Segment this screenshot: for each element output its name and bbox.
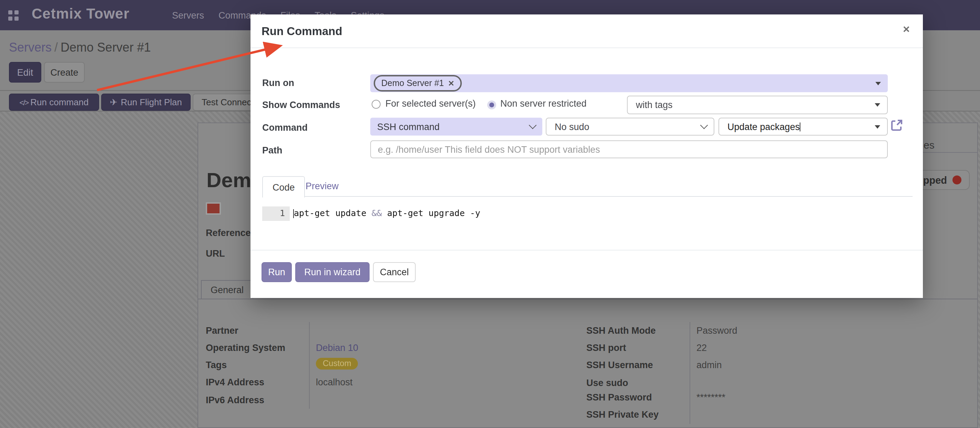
modal-header-divider: [250, 48, 923, 48]
ssh-password-value: ********: [697, 392, 725, 403]
tags-filter-select[interactable]: with tags: [627, 95, 888, 114]
code-line-number: 1: [262, 207, 290, 221]
radio-for-selected-servers-label[interactable]: For selected server(s): [385, 99, 476, 109]
run-on-field[interactable]: Demo Server #1 ✕: [370, 74, 888, 92]
run-button[interactable]: Run: [261, 262, 292, 282]
ipv4-label: IPv4 Address: [206, 377, 264, 387]
menu-item-servers[interactable]: Servers: [172, 10, 204, 20]
code-text: apt-get update: [294, 208, 372, 218]
tags-label: Tags: [206, 360, 227, 370]
command-autocomplete-input[interactable]: Update packages: [719, 118, 888, 135]
code-editor-line[interactable]: apt-get update && apt-get upgrade -y: [293, 208, 480, 218]
info-divider: [309, 322, 310, 409]
breadcrumb-servers-link[interactable]: Servers: [9, 41, 52, 54]
tab-preview[interactable]: Preview: [305, 181, 339, 191]
modal-footer-divider: [250, 250, 923, 250]
path-input[interactable]: [370, 140, 888, 158]
close-icon[interactable]: ×: [903, 23, 910, 37]
breadcrumb-separator: /: [52, 41, 60, 54]
use-sudo-label: Use sudo: [586, 378, 628, 388]
apps-grid-icon[interactable]: [8, 10, 19, 21]
select-chevron-icon: [529, 121, 537, 129]
server-color-swatch[interactable]: [206, 202, 221, 215]
create-button[interactable]: Create: [44, 62, 85, 83]
ssh-username-value: admin: [697, 360, 722, 370]
reference-label: Reference: [206, 228, 251, 238]
command-value: Update packages: [727, 121, 800, 132]
dropdown-caret-icon: [875, 125, 880, 128]
ssh-auth-mode-label: SSH Auth Mode: [586, 326, 656, 336]
ssh-port-label: SSH port: [586, 343, 626, 353]
run-command-label: Run command: [30, 97, 88, 107]
dropdown-caret-icon[interactable]: [875, 81, 881, 85]
text-cursor: [800, 122, 800, 131]
ssh-port-value: 22: [697, 343, 707, 353]
tag-remove-icon[interactable]: ✕: [448, 79, 454, 88]
status-dot-icon: [953, 175, 961, 185]
tab-general[interactable]: General: [201, 280, 253, 299]
run-flight-plan-label: Run Flight Plan: [121, 97, 182, 107]
command-type-select[interactable]: SSH command: [370, 118, 542, 135]
cancel-button[interactable]: Cancel: [373, 262, 416, 282]
show-commands-label: Show Commands: [262, 100, 340, 110]
sudo-select[interactable]: No sudo: [546, 118, 714, 135]
status-badge-label: pped: [923, 175, 947, 185]
url-label: URL: [206, 248, 225, 259]
code-text: apt-get upgrade -y: [382, 208, 480, 218]
ssh-auth-mode-value: Password: [697, 326, 737, 336]
sudo-value: No sudo: [555, 121, 589, 132]
tag-custom-badge: Custom: [316, 358, 358, 369]
ipv4-value: localhost: [316, 377, 353, 387]
plane-icon: ✈: [110, 97, 117, 107]
tab-code[interactable]: Code: [262, 176, 305, 197]
server-tag-label: Demo Server #1: [381, 78, 444, 88]
radio-non-server-restricted[interactable]: [487, 100, 496, 110]
breadcrumb: Servers/Demo Server #1: [9, 41, 151, 55]
run-flight-plan-button[interactable]: ✈ Run Flight Plan: [101, 94, 191, 111]
ssh-private-key-label: SSH Private Key: [586, 409, 659, 420]
path-label: Path: [262, 145, 283, 156]
breadcrumb-current: Demo Server #1: [60, 41, 151, 54]
os-value-link[interactable]: Debian 10: [316, 343, 358, 353]
select-chevron-icon: [700, 121, 708, 129]
ssh-username-label: SSH Username: [586, 360, 653, 370]
command-label: Command: [262, 123, 308, 133]
run-on-label: Run on: [262, 78, 294, 88]
radio-non-server-restricted-label[interactable]: Non server restricted: [500, 99, 587, 109]
os-label: Operating System: [206, 343, 285, 353]
tags-value: Custom: [316, 356, 358, 369]
stat-button-partial-text: es: [924, 139, 935, 151]
ipv6-label: IPv6 Address: [206, 395, 264, 405]
app-title: Cetmix Tower: [32, 5, 129, 22]
run-in-wizard-button[interactable]: Run in wizard: [295, 262, 369, 282]
dropdown-caret-icon: [875, 103, 880, 107]
partner-label: Partner: [206, 326, 239, 336]
radio-for-selected-servers[interactable]: [372, 100, 380, 109]
modal-title: Run Command: [261, 25, 342, 38]
external-link-icon[interactable]: [891, 119, 903, 131]
ssh-password-label: SSH Password: [586, 392, 652, 403]
server-tag: Demo Server #1 ✕: [374, 75, 462, 92]
edit-button[interactable]: Edit: [9, 62, 41, 83]
command-type-value: SSH command: [377, 121, 440, 132]
notebook-tab-underline: [198, 299, 977, 299]
run-command-modal: Run Command × Run on Demo Server #1 ✕ Sh…: [250, 14, 923, 298]
code-icon: </>: [20, 98, 29, 106]
screen: Cetmix Tower Servers Commands Files Tool…: [0, 0, 980, 428]
modal-tabs-underline: [262, 196, 913, 197]
run-command-button[interactable]: </> Run command: [9, 94, 99, 111]
code-operator: &&: [372, 208, 382, 218]
info-divider: [690, 322, 690, 424]
tags-filter-value: with tags: [636, 100, 673, 110]
